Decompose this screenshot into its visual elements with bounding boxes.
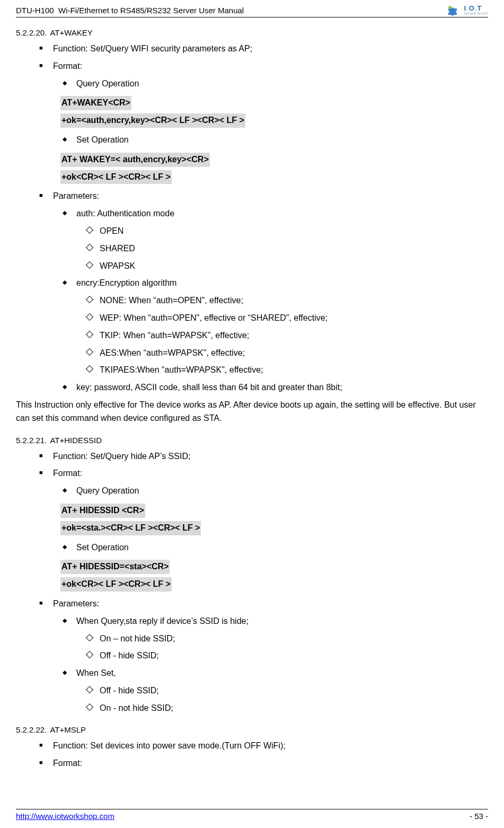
function-line: Function: Set/Query WIFI security parame… (53, 42, 488, 56)
param-set-text: When Set, (76, 668, 116, 677)
page-number: - 53 - (470, 812, 488, 821)
format-line: Format: (53, 757, 488, 770)
logo: I.O.T WORKSHOP (447, 4, 488, 16)
auth-wpapsk: WPAPSK (100, 260, 488, 273)
parameters-label: Parameters: auth: Authentication mode OP… (53, 190, 488, 394)
param-auth: auth: Authentication mode OPEN SHARED WP… (76, 207, 488, 272)
set-op-wrapper: Set Operation (53, 541, 488, 554)
parameters-label: Parameters: When Query,sta reply if devi… (53, 597, 488, 715)
parameters-text: Parameters: (53, 191, 99, 200)
logo-text-sub: WORKSHOP (464, 12, 488, 15)
product-code: DTU-H100 (16, 6, 54, 15)
format-line: Format: Query Operation (53, 60, 488, 91)
enc-wep: WEP: When “auth=OPEN", effective or “SHA… (100, 312, 488, 325)
format-label: Format: (53, 61, 82, 71)
puzzle-icon (447, 4, 462, 16)
code-line: +ok<CR>< LF ><CR>< LF > (60, 577, 172, 592)
format-line: Format: Query Operation (53, 467, 488, 498)
set-off: Off - hide SSID; (100, 684, 488, 698)
enc-tkip: TKIP: When “auth=WPAPSK", effective; (100, 329, 488, 342)
svg-point-0 (448, 6, 452, 9)
set-on: On - not hide SSID; (100, 702, 488, 715)
code-line: AT+WAKEY<CR> (60, 96, 131, 110)
query-op-label: Query Operation (76, 77, 488, 91)
section-number: 5.2.2.21. (16, 436, 47, 445)
section-heading-wakey: 5.2.2.20.AT+WAKEY (16, 28, 488, 37)
function-line: Function: Set devices into power save mo… (53, 739, 488, 753)
param-query: When Query,sta reply if device’s SSID is… (76, 615, 488, 663)
auth-open: OPEN (100, 225, 488, 238)
section-heading-hidessid: 5.2.2.21.AT+HIDESSID (16, 436, 488, 445)
section-heading-mslp: 5.2.2.22.AT+MSLP (16, 725, 488, 734)
query-op-label: Query Operation (76, 485, 488, 498)
footer-link[interactable]: http://www.iotworkshop.com (16, 812, 114, 821)
set-op-wrapper: Set Operation (53, 134, 488, 147)
format-label: Format: (53, 469, 82, 478)
code-line: AT+ HIDESSID=<sta><CR> (60, 560, 170, 574)
set-op-label: Set Operation (76, 541, 488, 554)
param-auth-text: auth: Authentication mode (76, 209, 174, 218)
param-query-text: When Query,sta reply if device’s SSID is… (76, 616, 249, 626)
page-footer: http://www.iotworkshop.com - 53 - (16, 809, 488, 821)
param-encry: encry:Encryption algorithm NONE: When “a… (76, 277, 488, 377)
param-encry-text: encry:Encryption algorithm (76, 278, 176, 287)
param-set: When Set, Off - hide SSID; On - not hide… (76, 667, 488, 715)
set-op-label: Set Operation (76, 134, 488, 147)
manual-title: Wi-Fi/Ethernet to RS485/RS232 Server Use… (58, 6, 244, 15)
section-number: 5.2.2.22. (16, 725, 47, 734)
code-line: +ok=<auth,encry,key><CR>< LF ><CR>< LF > (60, 113, 245, 128)
enc-none: NONE: When “auth=OPEN", effective; (100, 294, 488, 307)
enc-aes: AES:When “auth=WPAPSK", effective; (100, 347, 488, 360)
code-line: +ok<CR>< LF ><CR>< LF > (60, 170, 172, 184)
note-paragraph: This Instruction only effective for The … (16, 399, 488, 425)
header-title: DTU-H100 Wi-Fi/Ethernet to RS485/RS232 S… (16, 6, 244, 15)
query-off: Off - hide SSID; (100, 649, 488, 663)
section-command: AT+MSLP (50, 725, 86, 734)
code-line: AT+ WAKEY=< auth,encry,key><CR> (60, 153, 210, 167)
section-command: AT+WAKEY (50, 28, 92, 37)
function-line: Function: Set/Query hide AP’s SSID; (53, 450, 488, 463)
enc-tkipaes: TKIPAES:When “auth=WPAPSK", effective; (100, 364, 488, 377)
query-on: On – not hide SSID; (100, 632, 488, 646)
parameters-text: Parameters: (53, 599, 99, 608)
auth-shared: SHARED (100, 242, 488, 256)
code-line: AT+ HIDESSID <CR> (60, 504, 145, 518)
logo-text-main: I.O.T (464, 5, 488, 12)
page-header: DTU-H100 Wi-Fi/Ethernet to RS485/RS232 S… (16, 4, 488, 17)
param-key: key: password, ASCII code, shall less th… (76, 381, 488, 394)
section-number: 5.2.2.20. (16, 28, 47, 37)
section-command: AT+HIDESSID (50, 436, 102, 445)
code-line: +ok=<sta.><CR>< LF ><CR>< LF > (60, 521, 201, 535)
